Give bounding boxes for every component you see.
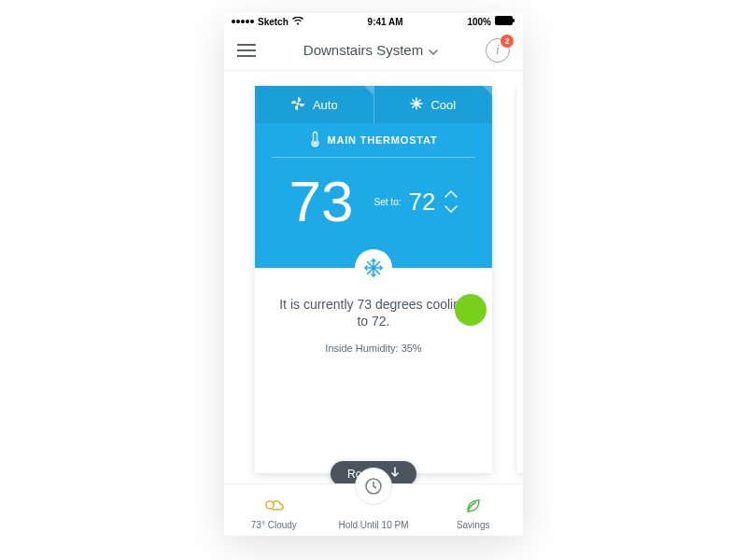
mode-tab-label: Cool <box>430 98 456 112</box>
fan-icon <box>290 96 305 114</box>
svg-point-2 <box>296 102 299 105</box>
thermostat-location-label: MAIN THERMOSTAT <box>328 134 438 146</box>
weather-item[interactable]: 73° Cloudy <box>224 484 324 536</box>
current-temp: 73 <box>289 173 354 231</box>
thermostat-card: Auto Cool MAIN THERMOSTAT <box>255 86 492 473</box>
nav-bar: Downstairs System i 2 <box>224 30 523 71</box>
status-right: 100% <box>467 16 515 27</box>
arrow-down-icon <box>390 467 400 481</box>
set-temp-group: Set to: 72 <box>374 188 458 217</box>
temp-down-button[interactable] <box>444 205 458 213</box>
system-selector[interactable]: Downstairs System <box>303 42 438 58</box>
carrier-label: Sketch <box>258 17 289 27</box>
clock-icon <box>355 468 392 505</box>
svg-rect-1 <box>513 19 514 22</box>
thermostat-location-row: MAIN THERMOSTAT <box>255 123 492 157</box>
fan-tab-label: Auto <box>313 98 338 112</box>
fan-tab[interactable]: Auto <box>255 86 374 123</box>
app-frame: Sketch 9:41 AM 100% Downstairs System i … <box>224 13 523 536</box>
battery-label: 100% <box>467 17 491 27</box>
system-name: Downstairs System <box>303 42 423 58</box>
set-temp-value: 72 <box>408 188 435 217</box>
hold-label: Hold Until 10 PM <box>338 520 408 530</box>
status-summary: It is currently 73 degrees cooling to 72… <box>255 268 492 335</box>
weather-icon <box>262 498 285 517</box>
savings-item[interactable]: Savings <box>423 484 523 536</box>
set-temp-label: Set to: <box>374 197 402 207</box>
thermostat-body: MAIN THERMOSTAT 73 Set to: 72 <box>255 123 492 268</box>
battery-icon <box>495 16 515 27</box>
svg-rect-0 <box>495 16 513 25</box>
status-time: 9:41 AM <box>368 17 403 27</box>
status-summary-text: It is currently 73 degrees cooling to 72… <box>279 297 468 329</box>
temperature-row: 73 Set to: 72 <box>255 158 492 251</box>
thermometer-icon <box>310 131 320 149</box>
wifi-icon <box>292 17 303 27</box>
svg-point-3 <box>313 142 316 145</box>
card-area: Auto Cool MAIN THERMOSTAT <box>224 71 523 483</box>
mode-tab[interactable]: Cool <box>374 86 493 123</box>
temp-up-button[interactable] <box>444 190 458 198</box>
humidity-label: Inside Humidity: 35% <box>255 335 492 354</box>
savings-label: Savings <box>457 520 490 530</box>
next-card-peek[interactable] <box>517 86 523 473</box>
weather-label: 73° Cloudy <box>251 520 297 530</box>
status-left: Sketch <box>232 17 303 27</box>
snowflake-icon <box>410 97 423 113</box>
signal-dots-icon <box>232 20 254 23</box>
notification-badge: 2 <box>500 35 514 48</box>
chevron-down-icon <box>429 42 438 58</box>
info-button[interactable]: i 2 <box>486 38 510 63</box>
status-indicator-icon <box>455 294 486 326</box>
menu-icon[interactable] <box>237 44 256 57</box>
temp-stepper <box>444 190 458 213</box>
hold-item[interactable]: Hold Until 10 PM <box>324 484 424 536</box>
status-bar: Sketch 9:41 AM 100% <box>224 13 523 30</box>
svg-point-4 <box>266 501 274 509</box>
leaf-icon <box>464 497 483 517</box>
mode-tabs: Auto Cool <box>255 86 492 123</box>
bottom-bar: 73° Cloudy Hold Until 10 PM Savings <box>224 483 523 536</box>
